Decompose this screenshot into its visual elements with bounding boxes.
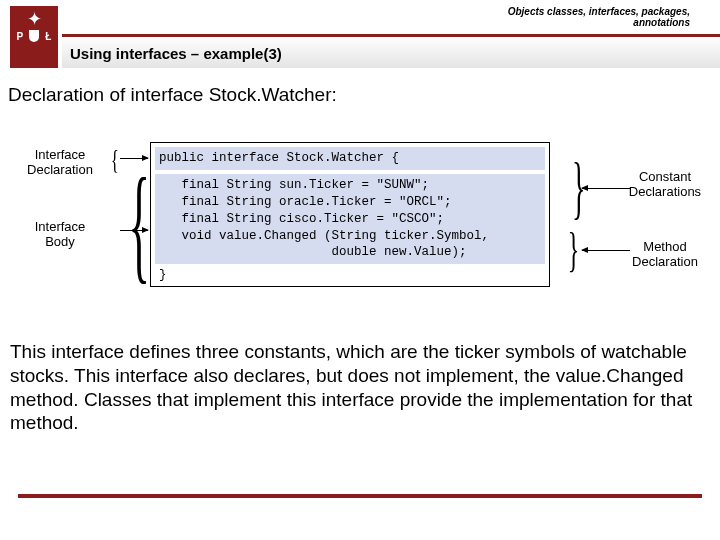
label-method-declaration: Method Declaration (620, 240, 710, 270)
label-constant-declarations: Constant Declarations (620, 170, 710, 200)
logo-letter-left: P (17, 31, 24, 42)
university-logo: ✦ P Ł (10, 6, 58, 68)
intro-text: Declaration of interface Stock.Watcher: (8, 84, 712, 106)
brace-icon: { (128, 168, 150, 279)
code-diagram: Interface Declaration Interface Body { {… (10, 130, 710, 320)
breadcrumb: Objects classes, interfaces, packages, a… (508, 6, 690, 28)
label-interface-declaration: Interface Declaration (20, 148, 100, 178)
code-box: public interface Stock.Watcher { final S… (150, 142, 550, 287)
code-declaration-line: public interface Stock.Watcher { (155, 147, 545, 170)
slide-content: Declaration of interface Stock.Watcher: … (0, 72, 720, 435)
code-body-block: final String sun.Ticker = "SUNW"; final … (155, 174, 545, 264)
brace-icon: } (568, 230, 580, 271)
page-title: Using interfaces – example(3) (70, 45, 282, 62)
shield-icon (29, 30, 39, 42)
code-close-brace: } (151, 268, 549, 286)
logo-letter-right: Ł (45, 31, 51, 42)
torch-icon: ✦ (27, 10, 42, 28)
header-rule (62, 34, 720, 37)
footer-rule (18, 494, 702, 498)
slide-header: ✦ P Ł Objects classes, interfaces, packa… (0, 0, 720, 72)
arrow-icon (120, 230, 148, 231)
brace-icon: { (111, 144, 119, 176)
body-paragraph: This interface defines three constants, … (8, 340, 712, 435)
arrow-icon (120, 158, 148, 159)
title-bar: Using interfaces – example(3) (62, 38, 720, 68)
logo-letters: P Ł (17, 30, 52, 42)
label-interface-body: Interface Body (20, 220, 100, 250)
